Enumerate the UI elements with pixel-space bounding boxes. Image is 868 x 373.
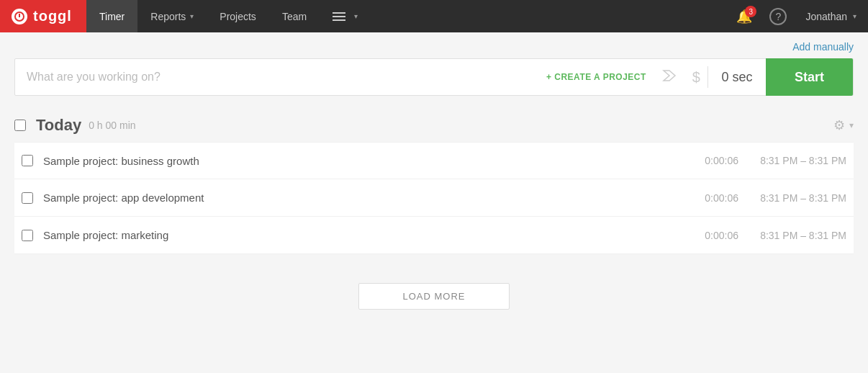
create-project-button[interactable]: + CREATE A PROJECT	[538, 72, 655, 82]
time-entry-row: Sample project: app development 0:00:06 …	[14, 179, 854, 217]
main-content: Add manually + CREATE A PROJECT $ 0 sec …	[0, 32, 868, 324]
chevron-down-icon: ▾	[190, 12, 194, 20]
time-entry-row: Sample project: marketing 0:00:06 8:31 P…	[14, 217, 854, 254]
nav-timer-label: Timer	[99, 11, 125, 22]
today-header: Today 0 h 00 min ⚙ ▾	[14, 96, 854, 142]
nav-team[interactable]: Team	[269, 0, 320, 32]
entry-time-range: 8:31 PM – 8:31 PM	[753, 155, 846, 166]
entry-duration: 0:00:06	[681, 230, 738, 241]
start-timer-button[interactable]: Start	[766, 58, 853, 96]
help-icon: ?	[769, 8, 787, 25]
today-total-duration: 0 h 00 min	[89, 120, 135, 131]
today-header-controls: ⚙ ▾	[833, 117, 854, 133]
create-project-label: + CREATE A PROJECT	[546, 72, 646, 82]
hamburger-icon	[333, 12, 345, 21]
time-entry-row: Sample project: business growth 0:00:06 …	[14, 142, 854, 179]
nav-right: 🔔 3 ? Jonathan ▾	[726, 0, 868, 32]
hamburger-chevron-icon: ▾	[354, 12, 358, 20]
user-chevron-icon: ▾	[853, 12, 856, 20]
nav-projects-label: Projects	[220, 11, 256, 22]
time-entries-list: Sample project: business growth 0:00:06 …	[14, 142, 854, 254]
today-select-all-checkbox[interactable]	[14, 120, 26, 131]
today-label: Today	[36, 116, 81, 135]
settings-gear-icon[interactable]: ⚙	[833, 117, 845, 133]
nav-hamburger-menu[interactable]: ▾	[320, 0, 371, 32]
help-button[interactable]: ?	[762, 0, 794, 32]
navbar: toggl Timer Reports ▾ Projects Team ▾ 🔔 …	[0, 0, 868, 32]
nav-reports[interactable]: Reports ▾	[137, 0, 207, 32]
add-manually-row: Add manually	[14, 32, 854, 58]
tag-icon[interactable]	[655, 69, 685, 86]
timer-duration: 0 sec	[708, 70, 766, 85]
entry-label: Sample project: marketing	[43, 229, 681, 241]
entry-checkbox[interactable]	[22, 155, 33, 166]
nav-team-label: Team	[282, 11, 307, 22]
nav-projects[interactable]: Projects	[207, 0, 269, 32]
entry-label: Sample project: app development	[43, 192, 681, 204]
nav-timer[interactable]: Timer	[86, 0, 137, 32]
load-more-button[interactable]: LOAD MORE	[358, 283, 509, 310]
logo-text: toggl	[33, 8, 72, 24]
user-name: Jonathan	[805, 11, 847, 22]
svg-rect-2	[19, 14, 20, 15]
notifications-bell[interactable]: 🔔 3	[726, 0, 762, 32]
entry-time-range: 8:31 PM – 8:31 PM	[753, 230, 846, 241]
bell-badge: 3	[745, 6, 756, 17]
entry-checkbox[interactable]	[22, 192, 33, 204]
today-expand-icon[interactable]: ▾	[849, 120, 854, 130]
entry-time-range: 8:31 PM – 8:31 PM	[753, 192, 846, 204]
add-manually-link[interactable]: Add manually	[792, 41, 854, 53]
timer-description-input[interactable]	[15, 59, 538, 95]
billing-icon[interactable]: $	[685, 69, 707, 86]
entry-label: Sample project: business growth	[43, 155, 681, 167]
entry-duration: 0:00:06	[681, 192, 738, 204]
entry-checkbox[interactable]	[22, 230, 33, 241]
load-more-row: LOAD MORE	[14, 254, 854, 324]
toggl-icon	[12, 9, 27, 24]
entry-duration: 0:00:06	[681, 155, 738, 166]
nav-reports-label: Reports	[150, 11, 186, 22]
user-menu[interactable]: Jonathan ▾	[794, 0, 868, 32]
logo[interactable]: toggl	[0, 0, 86, 32]
timer-bar: + CREATE A PROJECT $ 0 sec Start	[14, 58, 854, 96]
